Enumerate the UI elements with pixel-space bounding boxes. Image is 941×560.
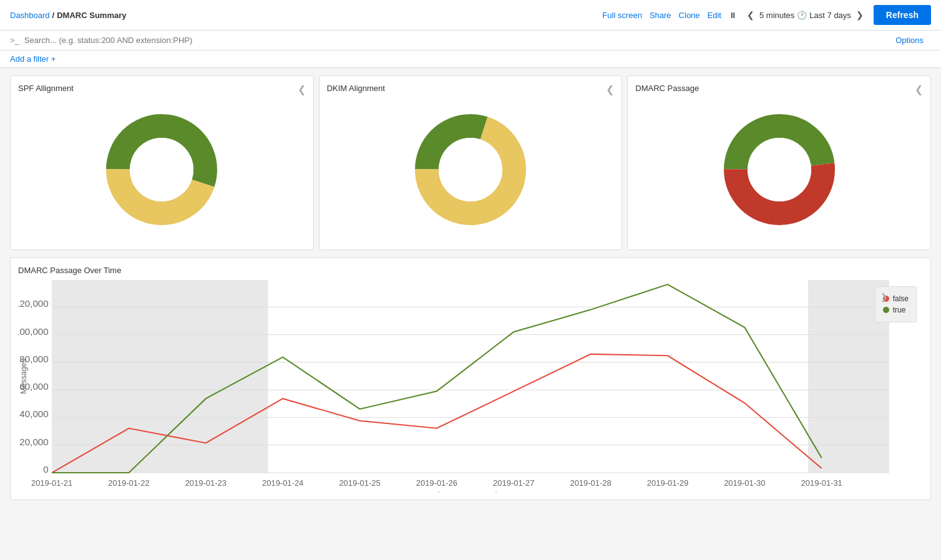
time-range-icon: 🕐 bbox=[797, 11, 807, 20]
filter-bar: Add a filter + bbox=[0, 51, 941, 68]
svg-text:2019-01-25: 2019-01-25 bbox=[339, 479, 380, 488]
time-interval: 5 minutes bbox=[759, 11, 794, 20]
time-range-label: Last 7 days bbox=[809, 11, 851, 20]
panel-spf-chevron[interactable]: ❮ bbox=[298, 84, 306, 95]
svg-text:date_range per day: date_range per day bbox=[436, 491, 506, 492]
chart-legend: ❯ false true bbox=[875, 286, 917, 322]
svg-text:Messages: Messages bbox=[19, 359, 28, 393]
svg-text:2019-01-31: 2019-01-31 bbox=[801, 479, 842, 488]
pause-icon[interactable]: ⏸ bbox=[729, 11, 737, 20]
legend-false-label: false bbox=[893, 294, 909, 303]
panel-dmarc-title: DMARC Passage bbox=[635, 84, 923, 93]
chart-area: ❯ false true 0 20,000 40,000 bbox=[18, 280, 923, 492]
add-filter-link[interactable]: Add a filter + bbox=[10, 54, 56, 64]
svg-point-2 bbox=[130, 138, 193, 201]
panel-spf-title: SPF Allignment bbox=[18, 84, 306, 93]
svg-text:120,000: 120,000 bbox=[18, 299, 49, 309]
edit-link[interactable]: Edit bbox=[708, 11, 721, 20]
svg-text:2019-01-24: 2019-01-24 bbox=[262, 479, 303, 488]
svg-point-8 bbox=[748, 138, 811, 201]
svg-text:20,000: 20,000 bbox=[19, 437, 48, 447]
panel-dmarc-donut bbox=[635, 98, 923, 241]
svg-text:0: 0 bbox=[43, 465, 48, 475]
svg-text:2019-01-28: 2019-01-28 bbox=[570, 479, 611, 488]
breadcrumb-current: DMARC Summary bbox=[57, 11, 126, 20]
top-actions: Full screen Share Clone Edit ⏸ ❮ 5 minut… bbox=[602, 5, 931, 25]
svg-text:2019-01-22: 2019-01-22 bbox=[108, 479, 149, 488]
svg-text:100,000: 100,000 bbox=[18, 327, 49, 337]
refresh-button[interactable]: Refresh bbox=[874, 5, 931, 25]
svg-text:40,000: 40,000 bbox=[19, 410, 48, 420]
search-input[interactable] bbox=[24, 36, 895, 45]
options-link[interactable]: Options bbox=[895, 36, 924, 45]
panel-spf: SPF Allignment ❮ bbox=[10, 75, 314, 250]
breadcrumb-dashboard[interactable]: Dashboard bbox=[10, 11, 50, 20]
chart-bg-left bbox=[52, 280, 268, 473]
top-bar: Dashboard / DMARC Summary Full screen Sh… bbox=[0, 0, 941, 31]
svg-point-5 bbox=[439, 138, 502, 201]
svg-text:2019-01-23: 2019-01-23 bbox=[185, 479, 227, 488]
time-prev-button[interactable]: ❮ bbox=[744, 9, 757, 21]
panel-dmarc-chevron[interactable]: ❮ bbox=[915, 84, 923, 95]
panel-dkim-donut bbox=[327, 98, 615, 241]
chart-panel: DMARC Passage Over Time ❯ false true bbox=[10, 258, 931, 500]
search-bar: >_ Options bbox=[0, 31, 941, 51]
share-link[interactable]: Share bbox=[650, 11, 671, 20]
clone-link[interactable]: Clone bbox=[679, 11, 700, 20]
panel-dkim-title: DKIM Alignment bbox=[327, 84, 615, 93]
search-prompt: >_ bbox=[10, 36, 19, 45]
panel-spf-donut bbox=[18, 98, 306, 241]
svg-text:2019-01-21: 2019-01-21 bbox=[31, 479, 72, 488]
panel-dmarc: DMARC Passage ❮ bbox=[627, 75, 931, 250]
legend-true-dot bbox=[883, 307, 889, 313]
svg-text:2019-01-27: 2019-01-27 bbox=[493, 479, 534, 488]
svg-text:2019-01-29: 2019-01-29 bbox=[647, 479, 688, 488]
chart-title: DMARC Passage Over Time bbox=[18, 266, 923, 275]
fullscreen-link[interactable]: Full screen bbox=[602, 11, 642, 20]
search-inner: >_ bbox=[10, 36, 895, 45]
legend-true-label: true bbox=[893, 306, 906, 314]
chart-svg: 0 20,000 40,000 60,000 80,000 100,000 12… bbox=[18, 280, 923, 492]
breadcrumb-separator: / bbox=[52, 11, 55, 20]
panel-dkim: DKIM Alignment ❮ bbox=[319, 75, 623, 250]
time-nav: ❮ 5 minutes 🕐 Last 7 days ❯ bbox=[744, 9, 866, 21]
legend-chevron[interactable]: ❯ bbox=[880, 292, 888, 302]
svg-text:2019-01-30: 2019-01-30 bbox=[724, 479, 765, 488]
main-content: SPF Allignment ❮ DKIM Alignment ❮ bbox=[0, 68, 941, 508]
breadcrumb: Dashboard / DMARC Summary bbox=[10, 11, 126, 20]
time-next-button[interactable]: ❯ bbox=[854, 9, 866, 21]
panel-dkim-chevron[interactable]: ❮ bbox=[606, 84, 614, 95]
svg-text:2019-01-26: 2019-01-26 bbox=[416, 479, 457, 488]
panels-row: SPF Allignment ❮ DKIM Alignment ❮ bbox=[10, 75, 931, 250]
